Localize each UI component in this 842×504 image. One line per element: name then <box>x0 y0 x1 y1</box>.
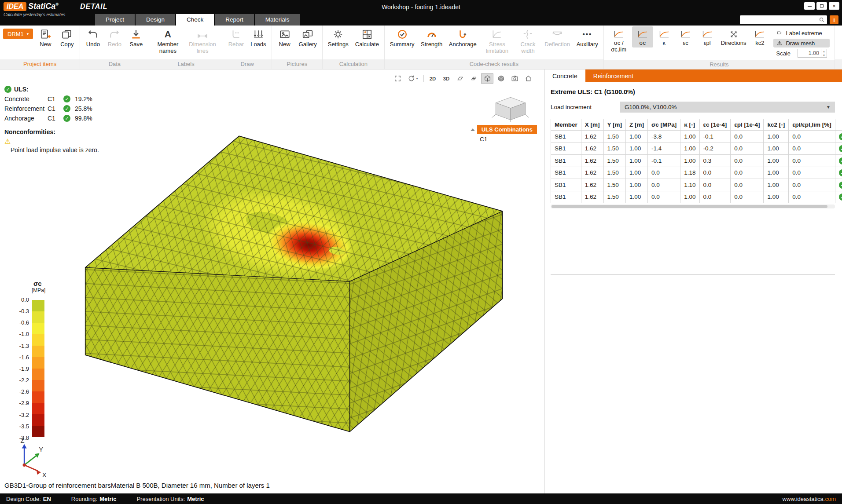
column-header[interactable]: Member <box>551 119 581 131</box>
view-plane-grid-button[interactable] <box>467 73 480 84</box>
column-header[interactable]: σc [MPa] <box>648 119 680 131</box>
directions-icon <box>728 30 740 39</box>
tab-design[interactable]: Design <box>136 14 175 26</box>
maximize-button[interactable] <box>816 2 827 10</box>
table-row[interactable]: SB11.621.501.00-1.41.00-0.20.01.000.0✓ <box>551 142 842 155</box>
crack-width-icon <box>522 29 533 40</box>
stress-limitation-button[interactable]: Stress limitation <box>480 26 514 55</box>
dimension-lines-button[interactable]: Dimension lines <box>184 26 220 55</box>
tab-report[interactable]: Report <box>215 14 254 26</box>
tab-project[interactable]: Project <box>95 14 135 26</box>
legend-swatch <box>32 403 44 414</box>
label-extreme-toggle[interactable]: Label extreme <box>773 29 830 37</box>
table-row[interactable]: SB11.621.501.00-0.11.000.30.01.000.0✓ <box>551 155 842 167</box>
fit-view-button[interactable] <box>391 73 404 84</box>
view-perspective-button[interactable] <box>508 73 521 84</box>
save-button[interactable]: Save <box>125 26 147 49</box>
sigma-c-button[interactable]: σc <box>632 26 653 47</box>
new-project-item-button[interactable]: New <box>35 26 56 49</box>
strength-button[interactable]: Strength <box>418 26 445 49</box>
scale-increment-button[interactable]: ▴ <box>821 49 827 53</box>
uls-combinations-label[interactable]: ULS Combinations <box>477 125 537 134</box>
table-row[interactable]: SB11.621.501.00-3.81.00-0.10.01.000.0✓ <box>551 131 842 143</box>
table-row[interactable]: SB11.621.501.000.01.180.00.01.000.0✓ <box>551 167 842 179</box>
view-solid-button[interactable] <box>495 73 507 84</box>
deflection-button[interactable]: Deflection <box>541 26 573 49</box>
table-cell: 1.00 <box>626 142 648 155</box>
legend-swatch <box>32 346 44 357</box>
minimize-button[interactable] <box>804 2 815 10</box>
epsilon-c-button[interactable]: εc <box>675 26 696 47</box>
scrollbar-thumb[interactable] <box>552 205 827 208</box>
drm-selector[interactable]: DRM1▾ <box>3 29 33 39</box>
auxiliary-button[interactable]: •••Auxiliary <box>574 26 601 49</box>
tab-reinforcement[interactable]: Reinforcement <box>585 69 641 82</box>
scale-decrement-button[interactable]: ▾ <box>821 53 827 57</box>
combinations-selector[interactable]: ULS Combinations <box>467 125 537 134</box>
table-cell: 0.0 <box>731 179 764 191</box>
kc2-button[interactable]: kc2 <box>749 26 770 47</box>
calculate-button[interactable]: Calculate <box>352 26 382 49</box>
website-link[interactable]: www.ideastatica.com <box>783 496 836 502</box>
model-canvas[interactable]: Z Y X ✓ULS: ConcreteC1✓19.2% Reinforceme… <box>0 69 544 493</box>
summary-button[interactable]: Summary <box>387 26 417 49</box>
tab-concrete[interactable]: Concrete <box>544 69 585 82</box>
legend-value: -2.9 <box>12 401 29 405</box>
redo-button[interactable]: Redo <box>104 26 125 49</box>
anchorage-button[interactable]: Anchorage <box>446 26 479 49</box>
search-area: i <box>740 15 838 24</box>
column-header[interactable]: kc2 [-] <box>764 119 789 131</box>
view-3d-button[interactable]: 3D <box>440 73 452 84</box>
new-picture-button[interactable]: New <box>274 26 295 49</box>
view-plane-button[interactable] <box>454 73 466 84</box>
table-row[interactable]: SB11.621.501.000.01.100.00.01.000.0✓ <box>551 179 842 191</box>
column-header[interactable]: εpl/εpl,lim [%] <box>789 119 835 131</box>
member-names-button[interactable]: AMember names <box>151 26 184 55</box>
combination-item-c1[interactable]: C1 <box>480 136 537 142</box>
column-header[interactable]: X [m] <box>581 119 603 131</box>
ellipsis-icon: ••• <box>582 29 592 40</box>
gallery-button[interactable]: Gallery <box>296 26 320 49</box>
crack-width-button[interactable]: Crack width <box>515 26 541 55</box>
help-button[interactable]: i <box>830 15 838 24</box>
rotate-view-button[interactable]: ▾ <box>405 73 421 84</box>
tab-check[interactable]: Check <box>176 14 214 26</box>
panel-divider <box>551 274 835 275</box>
draw-mesh-toggle[interactable]: Draw mesh <box>773 39 830 47</box>
tab-materials[interactable]: Materials <box>255 14 300 26</box>
search-input[interactable] <box>740 15 827 24</box>
column-header[interactable]: Z [m] <box>626 119 648 131</box>
legend-swatch <box>32 380 44 391</box>
settings-button[interactable]: Settings <box>325 26 352 49</box>
table-row[interactable]: SB11.621.501.000.01.000.00.01.000.0✓ <box>551 191 842 203</box>
close-button[interactable]: × <box>829 2 839 10</box>
check-name: Concrete <box>4 95 45 102</box>
copy-project-item-button[interactable]: Copy <box>56 26 77 49</box>
rebar-button[interactable]: Rebar <box>225 26 247 49</box>
view-2d-button[interactable]: 2D <box>427 73 439 84</box>
table-horizontal-scrollbar[interactable] <box>551 205 835 208</box>
view-cube[interactable] <box>490 95 531 122</box>
loads-button[interactable]: Loads <box>247 26 269 49</box>
column-header[interactable]: εpl [1e-4] <box>731 119 764 131</box>
view-axonometry-button[interactable] <box>481 73 493 84</box>
rounding-status: Rounding:Metric <box>71 496 117 502</box>
undo-button[interactable]: Undo <box>82 26 103 49</box>
scale-input[interactable] <box>798 49 821 57</box>
column-header[interactable]: κ [-] <box>680 119 699 131</box>
table-cell: 1.00 <box>626 167 648 179</box>
row-status-cell: ✓ <box>835 179 842 191</box>
directions-button[interactable]: Directions <box>718 26 749 47</box>
column-header[interactable]: Y [m] <box>603 119 626 131</box>
deflection-icon <box>552 29 563 40</box>
kappa-button[interactable]: κ <box>654 26 675 47</box>
collapse-caret-icon[interactable] <box>471 128 475 131</box>
sigma-c-lim-button[interactable]: σc / σc,lim <box>606 26 632 54</box>
home-view-button[interactable] <box>522 73 534 84</box>
minimize-icon <box>808 6 812 7</box>
legend-unit: [MPa] <box>32 287 45 293</box>
load-increment-dropdown[interactable]: G100.0%, V100.0% ▼ <box>620 102 835 113</box>
legend-value: -0.3 <box>12 309 29 314</box>
epsilon-pl-button[interactable]: εpl <box>697 26 718 47</box>
column-header[interactable]: εc [1e-4] <box>699 119 731 131</box>
